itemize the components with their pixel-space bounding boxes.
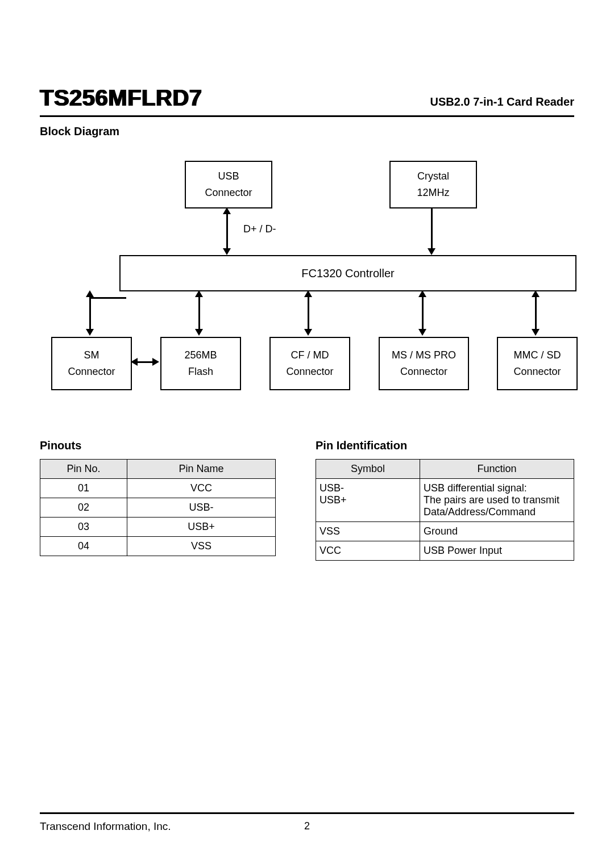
line-mmc: [535, 297, 537, 330]
controller-box: FC1320 Controller: [119, 255, 576, 291]
section-pinouts-heading: Pinouts: [40, 439, 276, 452]
crystal-line2: 12MHz: [417, 185, 449, 201]
arrow-sm-up: [86, 290, 94, 297]
pinouts-name: VSS: [127, 537, 276, 556]
crystal-box: Crystal 12MHz: [389, 161, 477, 208]
line-ms: [422, 297, 424, 330]
block-diagram: USB Connector Crystal 12MHz D+ / D- FC13…: [40, 161, 574, 388]
pinid-function-line: Data/Address/Command: [424, 506, 570, 518]
pinouts-header-pin-no: Pin No.: [40, 460, 127, 479]
pinid-function-line: USB differential signal:: [424, 482, 570, 494]
arrow-sm-down: [86, 329, 94, 336]
line-crystal-controller: [431, 207, 433, 249]
arrow-crystal-down: [428, 248, 435, 255]
pinid-symbol: VCC: [316, 541, 420, 561]
pinid-header-function: Function: [420, 460, 574, 479]
line-cf: [308, 297, 309, 330]
part-number: TS256MFLRD7: [40, 85, 202, 111]
arrow-cf-down: [304, 329, 312, 336]
line-sm: [89, 297, 91, 330]
table-row: USB- USB+ USB differential signal: The p…: [316, 479, 574, 522]
page: TS256MFLRD7 USB2.0 7-in-1 Card Reader Bl…: [0, 0, 614, 868]
mmc-line1: MMC / SD: [514, 347, 561, 364]
arrow-ms-down: [418, 329, 426, 336]
arrow-cf-up: [304, 290, 312, 297]
flash-line2: Flash: [188, 364, 213, 380]
line-sm-flash: [136, 361, 154, 363]
table-row: 01 VCC: [40, 479, 276, 498]
pinid-header-symbol: Symbol: [316, 460, 420, 479]
pinid-function: USB differential signal: The pairs are u…: [420, 479, 574, 522]
arrow-mmc-down: [532, 329, 540, 336]
pinouts-no: 01: [40, 479, 127, 498]
ms-connector-box: MS / MS PRO Connector: [379, 337, 469, 390]
product-subtitle: USB2.0 7-in-1 Card Reader: [430, 95, 574, 108]
pinid-function: USB Power Input: [420, 541, 574, 561]
header-divider: [40, 115, 574, 117]
header-row: TS256MFLRD7 USB2.0 7-in-1 Card Reader: [40, 85, 574, 111]
arrow-flash-down: [195, 329, 203, 336]
sm-line1: SM: [84, 347, 99, 364]
arrow-ms-up: [418, 290, 426, 297]
table-row: VCC USB Power Input: [316, 541, 574, 561]
arrow-flash-up: [195, 290, 203, 297]
flash-line1: 256MB: [184, 347, 217, 364]
ms-line2: Connector: [400, 364, 447, 380]
arrow-mmc-up: [532, 290, 540, 297]
cf-connector-box: CF / MD Connector: [269, 337, 350, 390]
line-flash: [198, 297, 200, 330]
pinouts-name: USB-: [127, 498, 276, 518]
section-block-diagram-heading: Block Diagram: [40, 125, 574, 138]
pinouts-no: 04: [40, 537, 127, 556]
table-row: 04 VSS: [40, 537, 276, 556]
arrow-usb-down: [223, 248, 231, 255]
crystal-line1: Crystal: [417, 168, 449, 185]
pinouts-table: Pin No. Pin Name 01 VCC 02 USB- 03: [40, 459, 276, 556]
arrow-usb-up: [223, 207, 231, 214]
mmc-line2: Connector: [513, 364, 561, 380]
cf-line1: CF / MD: [291, 347, 329, 364]
arrow-sm-flash-right: [152, 358, 159, 366]
sm-line2: Connector: [68, 364, 115, 380]
pinid-symbol: VSS: [316, 522, 420, 541]
usb-connector-box: USB Connector: [185, 161, 272, 208]
pinid-function: Ground: [420, 522, 574, 541]
line-usb-controller: [226, 213, 228, 251]
pin-identification-table: Symbol Function USB- USB+ USB differenti…: [316, 459, 574, 561]
sm-connector-box: SM Connector: [51, 337, 132, 390]
pinouts-no: 03: [40, 518, 127, 537]
table-row: VSS Ground: [316, 522, 574, 541]
dplus-dminus-label: D+ / D-: [243, 223, 276, 235]
footer-row: Transcend Information, Inc. 2: [40, 820, 574, 833]
pinid-symbol: USB- USB+: [316, 479, 420, 522]
footer-page-number: 2: [40, 820, 574, 832]
usb-connector-line2: Connector: [205, 185, 252, 201]
usb-connector-line1: USB: [218, 168, 239, 185]
table-row: 03 USB+: [40, 518, 276, 537]
ms-line1: MS / MS PRO: [392, 347, 456, 364]
pinid-function-line: The pairs are used to transmit: [424, 494, 570, 506]
pinid-symbol-line: USB-: [320, 482, 416, 494]
mmc-connector-box: MMC / SD Connector: [497, 337, 578, 390]
section-pin-identification-heading: Pin Identification: [316, 439, 574, 452]
pinouts-header-pin-name: Pin Name: [127, 460, 276, 479]
pinouts-no: 02: [40, 498, 127, 518]
flash-box: 256MB Flash: [160, 337, 241, 390]
pinouts-name: USB+: [127, 518, 276, 537]
arrow-sm-flash-left: [131, 358, 138, 366]
cf-line2: Connector: [286, 364, 333, 380]
controller-label: FC1320 Controller: [301, 264, 394, 282]
pinid-symbol-line: USB+: [320, 494, 416, 506]
footer-divider: [40, 812, 574, 814]
table-row: 02 USB-: [40, 498, 276, 518]
pinouts-name: VCC: [127, 479, 276, 498]
line-sm-horiz: [89, 297, 126, 299]
